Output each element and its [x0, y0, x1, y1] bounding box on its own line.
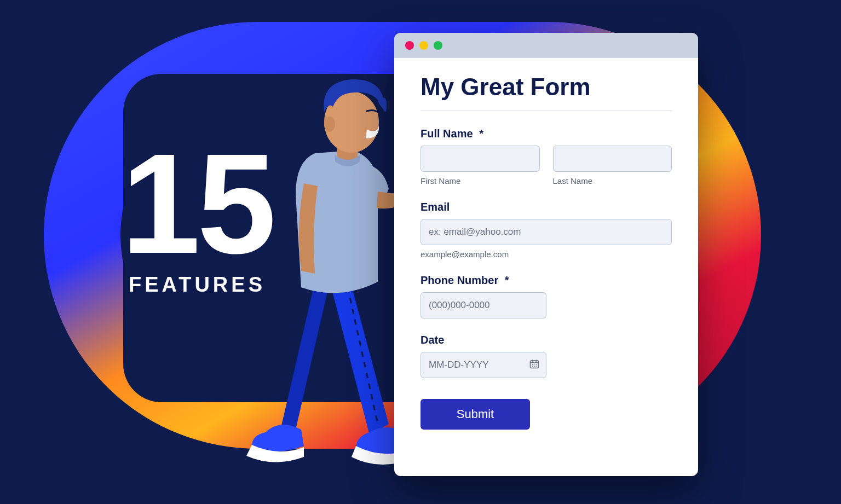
- field-date: Date: [420, 334, 672, 378]
- fullname-label-text: Full Name: [420, 128, 473, 140]
- svg-point-10: [536, 364, 537, 365]
- fullname-label: Full Name *: [420, 128, 672, 140]
- email-input[interactable]: [420, 219, 672, 245]
- first-name-sublabel: First Name: [420, 176, 540, 186]
- field-fullname: Full Name * First Name Last Name: [420, 128, 672, 186]
- required-marker: *: [479, 128, 483, 140]
- date-input[interactable]: [420, 352, 546, 378]
- window-zoom-icon[interactable]: [434, 41, 442, 50]
- svg-point-9: [534, 364, 535, 365]
- date-label: Date: [420, 334, 672, 346]
- phone-label-text: Phone Number: [420, 274, 498, 286]
- svg-point-12: [534, 366, 535, 367]
- required-marker: *: [505, 274, 509, 286]
- window-titlebar: [394, 33, 698, 58]
- last-name-input[interactable]: [553, 146, 672, 172]
- phone-input[interactable]: [420, 292, 546, 318]
- svg-point-8: [532, 364, 533, 365]
- field-email: Email example@example.com: [420, 201, 672, 259]
- calendar-icon[interactable]: [529, 358, 540, 372]
- submit-button[interactable]: Submit: [420, 399, 530, 430]
- svg-point-13: [536, 366, 537, 367]
- form-window: My Great Form Full Name * First Name Las…: [394, 33, 698, 476]
- form-body: My Great Form Full Name * First Name Las…: [394, 58, 698, 451]
- form-title: My Great Form: [420, 73, 672, 111]
- email-label: Email: [420, 201, 672, 213]
- svg-point-11: [532, 366, 533, 367]
- window-minimize-icon[interactable]: [419, 41, 428, 50]
- svg-point-3: [324, 117, 335, 132]
- email-hint: example@example.com: [420, 250, 672, 259]
- phone-label: Phone Number *: [420, 274, 672, 287]
- field-phone: Phone Number *: [420, 274, 672, 318]
- last-name-sublabel: Last Name: [553, 176, 672, 186]
- window-close-icon[interactable]: [405, 41, 414, 50]
- first-name-input[interactable]: [420, 146, 540, 172]
